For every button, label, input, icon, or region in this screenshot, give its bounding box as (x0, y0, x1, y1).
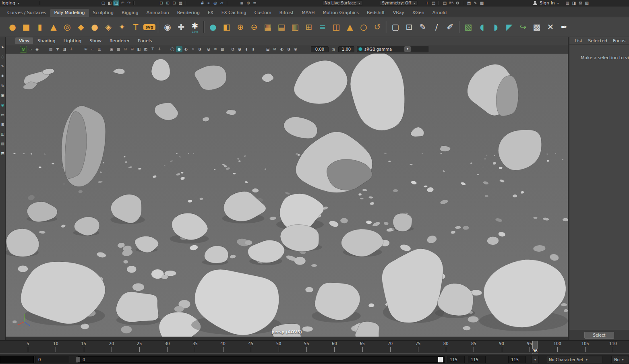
default-material-icon[interactable]: ◗ (250, 46, 257, 52)
shelf-tab-vray[interactable]: VRay (389, 9, 408, 17)
redo-icon[interactable]: ↷ (126, 0, 132, 6)
gate-mask-icon[interactable]: ▣ (108, 46, 115, 52)
animation-end-field[interactable]: 115 (508, 356, 526, 363)
layout-hypershade-icon[interactable]: ⬒ (0, 151, 5, 156)
shelf-tab-curves-surfaces[interactable]: Curves / Surfaces (3, 9, 50, 17)
shelf-tab-fx[interactable]: FX (204, 9, 217, 17)
multi-cut-icon[interactable]: ∕ (430, 19, 443, 35)
undo-icon[interactable]: ↶ (120, 0, 126, 6)
xray-icon[interactable]: ◕ (236, 46, 243, 52)
shelf-tab-animation[interactable]: Animation (143, 9, 173, 17)
exposure-field[interactable]: 0.00 (311, 46, 329, 52)
render-settings-icon[interactable]: ⚙ (455, 0, 461, 6)
smooth-icon[interactable]: ▥ (288, 19, 302, 35)
new-scene-icon[interactable]: ▢ (100, 0, 106, 6)
select-hierarchy-icon[interactable]: ⊟ (158, 0, 164, 6)
viewport-menu-view[interactable]: View (15, 37, 33, 44)
safe-action-icon[interactable]: ⊡ (122, 46, 128, 52)
combine-icon[interactable]: ◧ (220, 19, 234, 35)
cut-cross-icon[interactable]: ✕ (544, 19, 557, 35)
animation-start-field[interactable]: 0 (35, 356, 69, 363)
show-manipulator-icon[interactable]: ⊡ (402, 19, 416, 35)
save-scene-icon[interactable]: ◫ (113, 0, 119, 6)
snap-curve-icon[interactable]: ≈ (206, 0, 212, 6)
panel-layout-icon[interactable]: ◨ (571, 0, 577, 6)
knife-tool-icon[interactable]: ✎ (416, 19, 430, 35)
shelf-tab-bifrost[interactable]: Bifrost (275, 9, 298, 17)
camera-select-icon[interactable]: ▭ (27, 46, 33, 52)
texture-view-icon[interactable]: ▩ (479, 0, 485, 6)
measure-tool-icon[interactable]: ✚ (174, 19, 188, 35)
current-time-indicator[interactable]: 96 (532, 341, 538, 354)
viewport-menu-panels[interactable]: Panels (134, 37, 155, 44)
ae-menu-selected[interactable]: Selected (588, 38, 607, 43)
checker-pattern-icon[interactable]: ▩ (530, 19, 544, 35)
shelf-tab-rigging[interactable]: Rigging (118, 9, 143, 17)
multisample-icon[interactable]: ▩ (219, 46, 226, 52)
sculpt-crease-icon[interactable]: ◤ (503, 19, 516, 35)
last-tool-icon[interactable]: ◉ (0, 102, 5, 108)
motion-blur-icon[interactable]: ≋ (212, 46, 219, 52)
grease-pencil-icon[interactable]: ◎ (20, 46, 27, 52)
construction-history-icon[interactable]: ≣ (239, 0, 245, 6)
secondary-set-dropdown[interactable]: No ▾ (611, 356, 629, 363)
render-view-icon[interactable]: ⬒ (466, 0, 472, 6)
image-plane-icon[interactable]: ◨ (61, 46, 68, 52)
bend-deformer-icon[interactable]: ↺ (370, 19, 384, 35)
uv-editor-icon[interactable]: ▧ (461, 19, 475, 35)
character-set-dropdown[interactable]: No Character Set ▾ (546, 356, 602, 363)
workspace-grid-icon[interactable]: ▥ (565, 0, 571, 6)
timeline-ruler[interactable]: 5101520253035404550556065707580859095100… (0, 341, 629, 354)
range-slider-track[interactable]: 0 (78, 356, 445, 363)
construction-aim-icon[interactable]: ◉ (161, 19, 174, 35)
camera-attributes-icon[interactable]: ▤ (48, 46, 54, 52)
paint-selection-tool-icon[interactable]: ✎ (0, 64, 5, 69)
shelf-tab-arnold[interactable]: Arnold (428, 9, 451, 17)
select-button[interactable]: Select (584, 332, 614, 339)
range-handle-left[interactable] (76, 357, 80, 362)
range-handle-right[interactable] (438, 357, 443, 362)
viewport-menu-lighting[interactable]: Lighting (60, 37, 85, 44)
object-details-icon[interactable]: ▤ (430, 0, 437, 6)
plugin-shading-icon[interactable]: ⬓ (265, 46, 271, 52)
playback-options-box[interactable] (0, 356, 34, 363)
list-inputs-icon[interactable]: ≡ (252, 0, 258, 6)
rotate-tool-icon[interactable]: ↻ (0, 83, 5, 89)
wireframe-on-shaded-icon[interactable]: ◖ (243, 46, 250, 52)
reduce-icon[interactable]: ▤ (275, 19, 288, 35)
view-transform-dropdown[interactable]: sRGB gamma▾ (357, 46, 428, 52)
gamma-toggle-icon[interactable]: ◑ (286, 46, 292, 52)
wireframe-mode-icon[interactable]: ◯ (169, 46, 176, 52)
tool-settings-icon[interactable]: ▧ (584, 0, 590, 6)
symmetry-dropdown[interactable]: Symmetry: Off (380, 0, 418, 6)
outliner-toggle-icon[interactable]: ⊠ (577, 0, 583, 6)
shelf-tab-sculpting[interactable]: Sculpting (89, 9, 118, 17)
layout-two-pane-icon[interactable]: ◫ (0, 131, 5, 137)
super-shape-icon[interactable]: ✦ (115, 19, 129, 35)
range-end-field[interactable]: 115 (447, 356, 465, 363)
poly-sphere-icon[interactable]: ● (6, 19, 19, 35)
curve-warp-icon[interactable]: ↪ (516, 19, 530, 35)
layout-single-pane-icon[interactable]: ▭ (0, 112, 5, 118)
shelf-tab-mash[interactable]: MASH (298, 9, 319, 17)
poly-cube-icon[interactable]: ■ (19, 19, 33, 35)
quill-icon[interactable]: ✒ (557, 19, 571, 35)
color-management-icon[interactable]: ◉ (292, 46, 299, 52)
gamma-field[interactable]: 1.00 (338, 46, 354, 52)
shelf-tab-motion-graphics[interactable]: Motion Graphics (319, 9, 363, 17)
pan-zoom-2d-icon[interactable]: ✛ (68, 46, 74, 52)
field-chart-icon[interactable]: ▦ (115, 46, 122, 52)
sculpt-grab-icon[interactable]: ◗ (489, 19, 503, 35)
shelf-tab-poly-modeling[interactable]: Poly Modeling (50, 9, 89, 17)
snap-point-icon[interactable]: ◎ (212, 0, 218, 6)
boolean-difference-icon[interactable]: ⊖ (247, 19, 261, 35)
mirror-icon[interactable]: ◫ (329, 19, 343, 35)
poly-disc-icon[interactable]: ● (88, 19, 101, 35)
lattice-icon[interactable]: ▢ (389, 19, 402, 35)
viewport-menu-shading[interactable]: Shading (34, 37, 59, 44)
lasso-tool-icon[interactable]: ◌ (0, 54, 5, 60)
frame-selection-icon[interactable]: ◩ (143, 46, 149, 52)
playback-end-field[interactable]: 115 (468, 356, 486, 363)
shelf-tab-redshift[interactable]: Redshift (363, 9, 389, 17)
all-lights-icon[interactable]: ☀ (190, 46, 196, 52)
